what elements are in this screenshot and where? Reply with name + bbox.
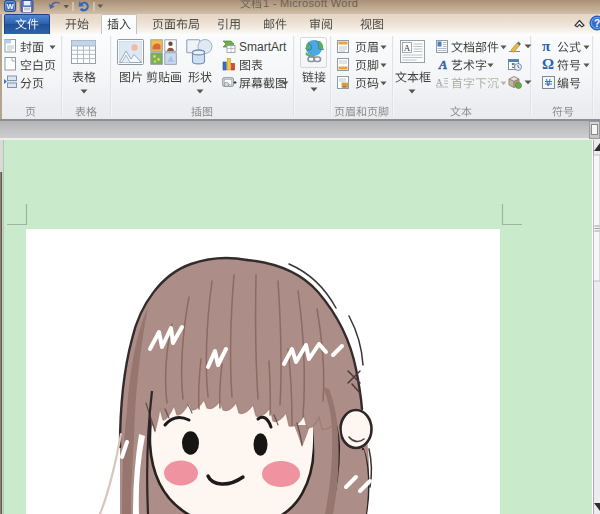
- svg-text:A: A: [404, 43, 411, 53]
- svg-text:?: ?: [594, 18, 600, 29]
- svg-text:W: W: [6, 2, 14, 11]
- svg-text:A: A: [438, 57, 448, 70]
- svg-text:A: A: [435, 77, 443, 88]
